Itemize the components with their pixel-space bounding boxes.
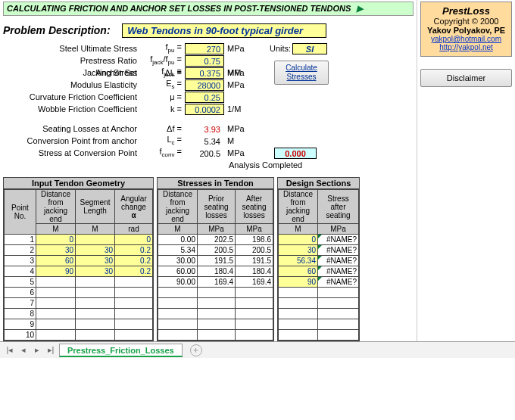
cell-stress-distance: 5.34: [158, 245, 198, 256]
cell-point-no: 10: [5, 330, 36, 341]
cell-distance[interactable]: 90: [36, 266, 76, 277]
cell-design-distance: [279, 330, 318, 341]
cell-design-distance[interactable]: 56.34: [279, 256, 318, 266]
cell-prior: [198, 288, 236, 298]
cell-distance[interactable]: 30: [36, 245, 76, 256]
col-distance: Distance from jacking end: [36, 190, 76, 224]
brand-box: PrestLoss Copyright © 2000 Yakov Polyako…: [420, 2, 512, 57]
cell-design-distance[interactable]: 60: [279, 266, 318, 277]
units-select[interactable]: SI: [292, 43, 327, 54]
cell-prior: 169.4: [198, 277, 236, 288]
param-unit-Es: MPa: [224, 80, 254, 89]
cell-segment: [76, 330, 115, 341]
cell-after: 169.4: [236, 277, 273, 288]
table-row: 490300.2: [5, 266, 153, 277]
table-row: [158, 309, 273, 319]
cell-design-stress: #NAME?: [318, 256, 359, 266]
cell-angular[interactable]: 0: [115, 235, 153, 245]
param-sym-Es: Es =: [143, 79, 185, 90]
cell-segment: 30: [76, 266, 115, 277]
cell-point-no: 5: [5, 277, 36, 288]
k-input[interactable]: 0.0002: [185, 104, 224, 115]
units-label: Units:: [254, 44, 292, 53]
page-title: CALCULATING FRICTION AND ANCHOR SET LOSS…: [3, 2, 414, 16]
modulus-input[interactable]: 28000: [185, 79, 224, 91]
cell-angular: [115, 309, 153, 319]
cell-angular: [115, 277, 153, 288]
cell-angular[interactable]: 0.2: [115, 256, 153, 266]
ratio-input[interactable]: 0.75: [185, 55, 224, 67]
result-label-Lc: Conversion Point from anchor: [3, 136, 143, 145]
cell-design-distance[interactable]: 90: [279, 277, 318, 288]
design-table: Design Sections Distance from jacking en…: [277, 177, 360, 341]
table-row: 90.00169.4169.4: [158, 277, 273, 288]
cell-prior: 191.5: [198, 256, 236, 266]
cell-segment: [76, 298, 115, 309]
cell-distance[interactable]: 0: [36, 235, 76, 245]
cell-distance[interactable]: 60: [36, 256, 76, 266]
unit-design-stress: MPa: [318, 224, 359, 235]
cell-angular[interactable]: 0.2: [115, 266, 153, 277]
result-sym-fconv: fconv =: [143, 147, 185, 158]
brand-email-link[interactable]: yakpol@hotmail.com: [423, 35, 510, 43]
cell-segment: 30: [76, 245, 115, 256]
cell-design-distance[interactable]: 0: [279, 235, 318, 245]
mu-input[interactable]: 0.25: [185, 92, 224, 103]
param-unit-dL: MM: [224, 68, 254, 77]
cell-point-no: 4: [5, 266, 36, 277]
nav-last-icon[interactable]: ▸|: [45, 345, 56, 355]
table-row: 230300.2: [5, 245, 153, 256]
cell-distance: [36, 319, 76, 330]
table-row: 8: [5, 309, 153, 319]
cell-design-stress: #NAME?: [318, 245, 359, 256]
param-unit-k: 1/M: [224, 104, 254, 114]
geometry-table: Input Tendon Geometry Point No. Distance…: [3, 177, 154, 341]
result-sym-df: Δf =: [143, 124, 185, 133]
table-row: [279, 330, 359, 341]
cell-design-stress: [318, 309, 359, 319]
cell-point-no: 3: [5, 256, 36, 266]
Lc-value: 5.34: [185, 135, 224, 147]
table-row: 60.00180.4180.4: [158, 266, 273, 277]
result-unit-df: MPa: [224, 124, 254, 133]
cell-design-distance: [279, 298, 318, 309]
table-row: 9: [5, 319, 153, 330]
table-row: 0.00202.5198.6: [158, 235, 273, 245]
fconv-value: 200.5: [185, 148, 224, 159]
nav-first-icon[interactable]: |◂: [5, 345, 15, 355]
analysis-status: Analysis Completed: [224, 160, 302, 170]
param-label-dL: Anchor Set: [3, 68, 143, 77]
table-row: 56.34#NAME?: [279, 256, 359, 266]
cell-after: [236, 330, 273, 341]
stresses-title: Stresses in Tendon: [158, 178, 273, 189]
cell-design-stress: [318, 330, 359, 341]
disclaimer-button[interactable]: Disclaimer: [420, 69, 512, 87]
cell-stress-distance: 60.00: [158, 266, 198, 277]
cell-prior: 180.4: [198, 266, 236, 277]
brand-site-link[interactable]: http://yakpol.net: [423, 43, 510, 51]
cell-after: [236, 319, 273, 330]
cell-design-distance[interactable]: 30: [279, 245, 318, 256]
calculate-stresses-button[interactable]: CalculateStresses: [274, 61, 329, 85]
unit-stress-distance: M: [158, 224, 198, 235]
fpu-input[interactable]: 270: [185, 43, 224, 54]
cell-prior: [198, 330, 236, 341]
param-sym-ratio: fjack/fpu =: [143, 54, 185, 66]
brand-name: PrestLoss: [423, 5, 510, 17]
col-segment: Segment Length: [76, 190, 115, 224]
table-row: 5.34200.5200.5: [158, 245, 273, 256]
nav-prev-icon[interactable]: ◂: [18, 345, 29, 355]
result-label-fconv: Stress at Conversion Point: [3, 148, 143, 157]
add-sheet-icon[interactable]: ＋: [190, 344, 202, 356]
anchor-set-input[interactable]: 0.375: [185, 67, 224, 79]
cell-angular[interactable]: 0.2: [115, 245, 153, 256]
parameter-block: Steel Ultimate Stress fpu = 270 MPa Unit…: [3, 42, 414, 171]
cell-design-distance: [279, 319, 318, 330]
cell-prior: [198, 319, 236, 330]
problem-description-input[interactable]: Web Tendons in 90-foot typical girder: [122, 23, 326, 38]
cell-stress-distance: 30.00: [158, 256, 198, 266]
cell-angular: [115, 319, 153, 330]
sheet-tab-active[interactable]: Prestress_Friction_Losses: [59, 344, 183, 357]
nav-next-icon[interactable]: ▸: [32, 345, 42, 355]
result-unit-fconv: MPa: [224, 148, 254, 157]
